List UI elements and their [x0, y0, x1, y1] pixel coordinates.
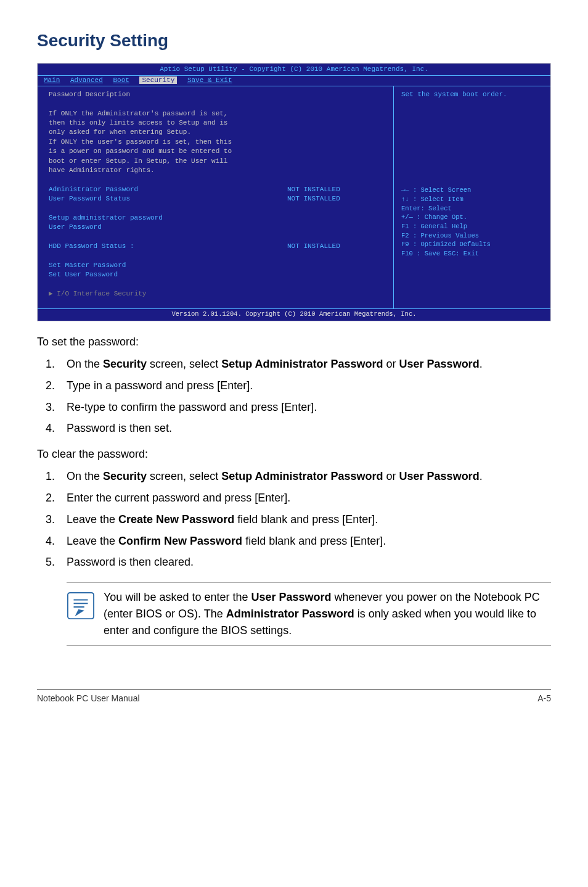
bios-help-line: F9 : Optimized Defaults	[401, 240, 543, 249]
bios-submenu-label: I/O Interface Security	[57, 290, 146, 297]
bios-tab-security: Security	[139, 76, 177, 84]
bios-tab-main: Main	[44, 76, 60, 84]
bios-row-admin-pw: Administrator Password NOT INSTALLED	[49, 185, 386, 194]
section-heading: Security Setting	[37, 31, 551, 51]
bios-help-line: F2 : Previous Values	[401, 231, 543, 241]
list-item: Enter the current password and press [En…	[58, 489, 551, 507]
bios-set-user: Set User Password	[49, 270, 386, 279]
bios-row-label: HDD Password Status :	[49, 242, 287, 251]
bios-row-value: NOT INSTALLED	[287, 242, 386, 251]
clear-pw-steps: On the Security screen, select Setup Adm…	[37, 468, 551, 571]
bios-sub-setup-admin: Setup administrator password	[49, 213, 386, 223]
bios-tab-save-exit: Save & Exit	[187, 76, 232, 84]
bios-right-pane: Set the system boot order. →← : Select S…	[394, 86, 550, 309]
bios-help-top: Set the system boot order.	[401, 90, 543, 99]
page-footer: Notebook PC User Manual A-5	[37, 689, 551, 703]
bios-desc-line: is a power on password and must be enter…	[49, 147, 386, 156]
list-item: Type in a password and press [Enter].	[58, 377, 551, 395]
bios-help-line: Enter: Select	[401, 204, 543, 213]
set-pw-steps: On the Security screen, select Setup Adm…	[37, 355, 551, 437]
bios-desc-header: Password Description	[49, 90, 386, 99]
bios-row-user-pw: User Password Status NOT INSTALLED	[49, 194, 386, 204]
bios-desc-line: only asked for when entering Setup.	[49, 128, 386, 137]
list-item: Re-type to confirm the password and pres…	[58, 398, 551, 416]
bios-desc-line: have Administrator rights.	[49, 166, 386, 175]
bios-desc-line: If ONLY the user's password is set, then…	[49, 138, 386, 147]
bios-sub-user-pw: User Password	[49, 223, 386, 232]
bios-footer: Version 2.01.1204. Copyright (C) 2010 Am…	[38, 308, 550, 321]
bios-row-label: User Password Status	[49, 194, 287, 204]
bios-help-line: →← : Select Screen	[401, 186, 543, 195]
list-item: Password is then cleared.	[58, 553, 551, 571]
bios-titlebar: Aptio Setup Utility - Copyright (C) 2010…	[38, 64, 550, 76]
note-box: You will be asked to enter the User Pass…	[67, 582, 551, 646]
bios-help-line: +/— : Change Opt.	[401, 213, 543, 222]
bios-set-master: Set Master Password	[49, 261, 386, 270]
bios-row-label: Administrator Password	[49, 185, 287, 194]
bios-help-line: F10 : Save ESC: Exit	[401, 249, 543, 258]
list-item: Password is then set.	[58, 419, 551, 437]
bios-screenshot: Aptio Setup Utility - Copyright (C) 2010…	[37, 63, 551, 321]
bios-row-value: NOT INSTALLED	[287, 185, 386, 194]
set-pw-intro: To set the password:	[37, 334, 551, 350]
bios-desc-line: then this only limits access to Setup an…	[49, 118, 386, 128]
footer-right: A-5	[537, 693, 551, 703]
bios-help-keys: →← : Select Screen ↑↓ : Select Item Ente…	[401, 186, 543, 258]
list-item: On the Security screen, select Setup Adm…	[58, 355, 551, 373]
bios-tab-boot: Boot	[113, 76, 129, 84]
bios-row-value: NOT INSTALLED	[287, 194, 386, 204]
list-item: Leave the Create New Password field blan…	[58, 511, 551, 529]
footer-left: Notebook PC User Manual	[37, 693, 140, 703]
note-icon	[67, 592, 95, 620]
bios-row-hdd: HDD Password Status : NOT INSTALLED	[49, 242, 386, 251]
note-text: You will be asked to enter the User Pass…	[104, 589, 551, 639]
bios-submenu-io: I/O Interface Security	[49, 289, 386, 299]
bios-tabs: Main Advanced Boot Security Save & Exit	[38, 76, 550, 86]
bios-desc-line: If ONLY the Administrator's password is …	[49, 109, 386, 118]
bios-tab-advanced: Advanced	[70, 76, 103, 84]
bios-left-pane: Password Description If ONLY the Adminis…	[38, 86, 394, 309]
bios-help-line: F1 : General Help	[401, 222, 543, 231]
list-item: Leave the Confirm New Password field bla…	[58, 532, 551, 550]
bios-desc-line: boot or enter Setup. In Setup, the User …	[49, 157, 386, 166]
list-item: On the Security screen, select Setup Adm…	[58, 468, 551, 485]
clear-pw-intro: To clear the password:	[37, 446, 551, 463]
bios-help-line: ↑↓ : Select Item	[401, 195, 543, 204]
svg-rect-0	[68, 593, 94, 619]
